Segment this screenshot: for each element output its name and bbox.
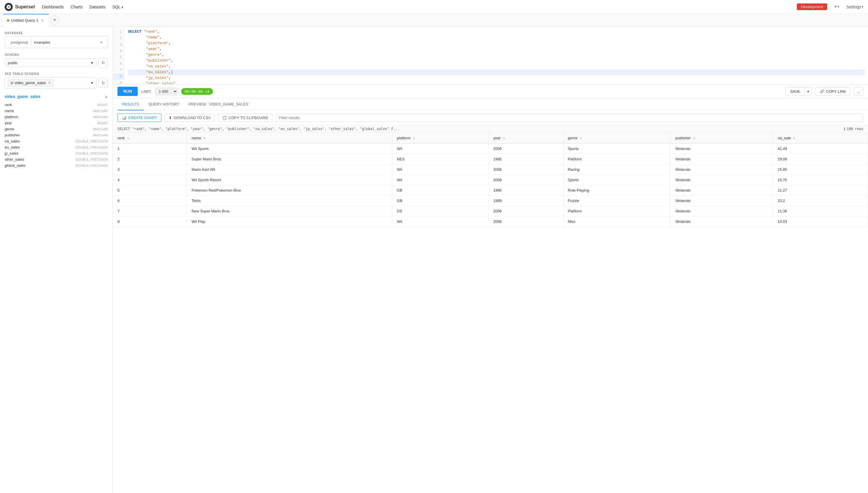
results-table-container[interactable]: rank ⇅ name ⇅ platform ⇅ year ⇅ genre ⇅ … [113, 133, 868, 493]
field-row[interactable]: yearBIGINT [5, 120, 108, 126]
field-row[interactable]: platformVARCHAR [5, 114, 108, 120]
cell-genre: Racing [563, 165, 671, 175]
col-rank[interactable]: rank ⇅ [113, 133, 187, 143]
tab-results[interactable]: RESULTS [118, 99, 144, 110]
tab-untitled-query-1[interactable]: Untitled Query 1 ✕ [3, 14, 49, 27]
filter-results-input[interactable] [276, 113, 863, 122]
schema-refresh-button[interactable]: ↻ [99, 58, 108, 67]
query-toolbar: RUN LIMIT: 1 000 5 000 10 000 00:00:00.1… [113, 84, 868, 99]
copy-clipboard-button[interactable]: 📋 COPY TO CLIPBOARD [218, 113, 272, 122]
schema-toggle[interactable]: video_game_sales ▲ [5, 94, 108, 99]
cell-rank: 4 [113, 175, 187, 185]
logo[interactable]: Superset [5, 3, 35, 11]
table-refresh-button[interactable]: ↻ [99, 78, 108, 88]
run-button[interactable]: RUN [118, 87, 138, 96]
col-publisher[interactable]: publisher ⇅ [671, 133, 773, 143]
cell-platform: Wii [392, 143, 488, 154]
col-platform[interactable]: platform ⇅ [392, 133, 488, 143]
env-badge[interactable]: Development [797, 3, 827, 10]
cell-name: Wii Sports Resort [187, 175, 392, 185]
field-row[interactable]: global_salesDOUBLE_PRECISION [5, 163, 108, 169]
cell-year: 2006 [488, 143, 563, 154]
cell-publisher: Nintendo [671, 165, 773, 175]
cell-na-sales: 11.27 [773, 185, 868, 196]
cell-na-sales: 15.85 [773, 165, 868, 175]
field-name: rank [5, 103, 12, 107]
tab-close-button[interactable]: ✕ [40, 18, 45, 23]
schema-select[interactable]: public ▾ [5, 59, 96, 67]
code-content[interactable]: SELECT "rank", "name", "platform", "year… [124, 27, 868, 84]
cell-name: Pokemon Red/Pokemon Blue [187, 185, 392, 196]
database-label: DATABASE [5, 31, 108, 35]
col-name[interactable]: name ⇅ [187, 133, 392, 143]
limit-select[interactable]: 1 000 5 000 10 000 [155, 88, 178, 95]
cell-genre: Platform [563, 206, 671, 216]
field-row[interactable]: rankBIGINT [5, 102, 108, 108]
cell-publisher: Nintendo [671, 216, 773, 227]
field-row[interactable]: nameVARCHAR [5, 108, 108, 114]
nav-dashboards[interactable]: Dashboards [42, 3, 64, 10]
cell-name: Wii Play [187, 216, 392, 227]
more-options-button[interactable]: ... [854, 87, 863, 95]
nav-plus-button[interactable]: + [834, 4, 840, 10]
schema-section: SCHEMA public ▾ ↻ [5, 53, 108, 67]
field-name: na_sales [5, 139, 20, 143]
clipboard-icon: 📋 [222, 115, 227, 120]
database-select[interactable]: postgresql examples ▾ [5, 37, 108, 48]
cell-name: Wii Sports [187, 143, 392, 154]
database-type: postgresql [8, 39, 31, 46]
table-chip-remove-button[interactable]: ✕ [48, 81, 51, 85]
table-row: 6 Tetris GB 1989 Puzzle Nintendo 23.2 [113, 196, 868, 206]
field-row[interactable]: na_salesDOUBLE_PRECISION [5, 138, 108, 144]
tab-dot [7, 19, 9, 22]
field-row[interactable]: publisherVARCHAR [5, 132, 108, 138]
cell-name: Mario Kart Wii [187, 165, 392, 175]
schema-label: SCHEMA [5, 53, 108, 56]
cell-platform: GB [392, 196, 488, 206]
table-header-row: rank ⇅ name ⇅ platform ⇅ year ⇅ genre ⇅ … [113, 133, 868, 143]
field-type: DOUBLE_PRECISION [76, 146, 108, 149]
field-name: year [5, 121, 12, 125]
field-row[interactable]: other_salesDOUBLE_PRECISION [5, 156, 108, 163]
table-select[interactable]: ⊞ video_game_sales ✕ ▾ [5, 77, 96, 88]
download-csv-button[interactable]: ⬇ DOWNLOAD TO CSV [164, 113, 215, 122]
col-year[interactable]: year ⇅ [488, 133, 563, 143]
results-tbody: 1 Wii Sports Wii 2006 Sports Nintendo 41… [113, 143, 868, 227]
see-table-label: SEE TABLE SCHEMA [5, 72, 108, 76]
cell-na-sales: 29.08 [773, 154, 868, 165]
table-row: ⊞ video_game_sales ✕ ▾ ↻ [5, 77, 108, 88]
cell-platform: Wii [392, 216, 488, 227]
code-editor[interactable]: 1 2 3 4 5 6 7 8 9 10 11 12 SELECT "rank"… [113, 27, 868, 84]
save-button[interactable]: SAVE [785, 87, 805, 95]
schema-row: public ▾ ↻ [5, 58, 108, 67]
tab-query-history[interactable]: QUERY HISTORY [144, 99, 184, 110]
timer-badge: 00:00:00.14 [181, 88, 213, 95]
tab-label: Untitled Query 1 [11, 18, 38, 23]
cell-rank: 8 [113, 216, 187, 227]
tab-preview[interactable]: PREVIEW: `VIDEO_GAME_SALES` [184, 99, 254, 110]
col-genre[interactable]: genre ⇅ [563, 133, 671, 143]
col-na-sales[interactable]: na_sale ⇅ [773, 133, 868, 143]
schema-table-name: video_game_sales [5, 94, 41, 99]
field-row[interactable]: eu_salesDOUBLE_PRECISION [5, 144, 108, 150]
copy-link-button[interactable]: 🔗 COPY LINK [815, 87, 850, 95]
table-chip: ⊞ video_game_sales ✕ [8, 79, 54, 86]
cell-name: Super Mario Bros. [187, 154, 392, 165]
cell-rank: 6 [113, 196, 187, 206]
results-table: rank ⇅ name ⇅ platform ⇅ year ⇅ genre ⇅ … [113, 133, 868, 227]
field-row[interactable]: genreVARCHAR [5, 126, 108, 132]
nav-datasets[interactable]: Datasets [89, 3, 105, 10]
create-chart-button[interactable]: 📊 CREATE CHART [118, 113, 161, 122]
cell-year: 2009 [488, 175, 563, 185]
tab-add-button[interactable]: + [50, 16, 59, 25]
content-area: 1 2 3 4 5 6 7 8 9 10 11 12 SELECT "rank"… [113, 27, 868, 493]
cell-name: Tetris [187, 196, 392, 206]
field-row[interactable]: jp_salesDOUBLE_PRECISION [5, 150, 108, 156]
schema-fields-section: video_game_sales ▲ rankBIGINTnameVARCHAR… [5, 94, 108, 169]
field-name: eu_sales [5, 145, 20, 149]
nav-sql[interactable]: SQL [112, 3, 123, 10]
nav-charts[interactable]: Charts [70, 3, 82, 10]
save-dropdown-button[interactable]: ▾ [805, 87, 812, 95]
nav-settings-button[interactable]: Settings [846, 5, 863, 9]
cell-genre: Platform [563, 154, 671, 165]
